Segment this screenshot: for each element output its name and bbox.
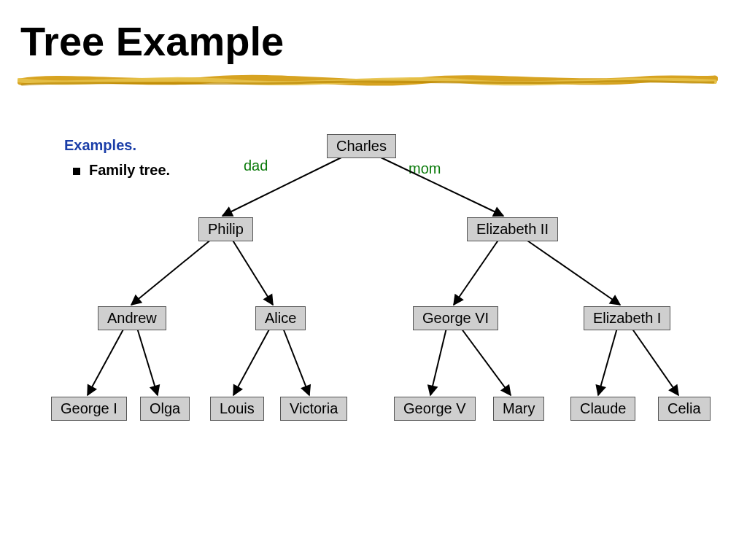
- svg-line-5: [525, 239, 620, 305]
- node-mary: Mary: [493, 397, 544, 421]
- slide: Tree Example Examples. Family tree. dad …: [0, 0, 747, 560]
- svg-line-7: [137, 328, 158, 395]
- node-olga: Olga: [140, 397, 190, 421]
- bullet-icon: [73, 168, 80, 175]
- node-elizabeth-ii: Elizabeth II: [467, 217, 558, 241]
- svg-line-0: [222, 157, 343, 216]
- svg-line-9: [283, 328, 309, 395]
- node-andrew: Andrew: [98, 306, 166, 330]
- svg-line-13: [632, 328, 678, 395]
- node-celia: Celia: [658, 397, 711, 421]
- svg-line-2: [131, 239, 212, 305]
- svg-line-8: [233, 328, 270, 395]
- node-george-v: George V: [394, 397, 476, 421]
- node-george-i: George I: [51, 397, 127, 421]
- svg-line-4: [454, 239, 499, 305]
- title-underline-icon: [18, 70, 718, 90]
- node-elizabeth-i: Elizabeth I: [584, 306, 670, 330]
- bullet-family-tree: Family tree.: [89, 162, 170, 179]
- svg-line-12: [598, 328, 617, 395]
- svg-line-6: [88, 328, 124, 395]
- node-charles: Charles: [327, 134, 396, 158]
- node-claude: Claude: [570, 397, 635, 421]
- svg-line-11: [461, 328, 511, 395]
- node-victoria: Victoria: [280, 397, 347, 421]
- slide-title: Tree Example: [20, 18, 284, 65]
- svg-line-10: [430, 328, 446, 395]
- examples-heading: Examples.: [64, 137, 136, 154]
- node-alice: Alice: [255, 306, 306, 330]
- node-george-vi: George VI: [413, 306, 498, 330]
- svg-line-3: [232, 239, 273, 305]
- edge-label-dad: dad: [244, 158, 268, 174]
- edge-label-mom: mom: [409, 160, 441, 177]
- node-louis: Louis: [210, 397, 264, 421]
- node-philip: Philip: [198, 217, 253, 241]
- svg-line-1: [379, 157, 503, 216]
